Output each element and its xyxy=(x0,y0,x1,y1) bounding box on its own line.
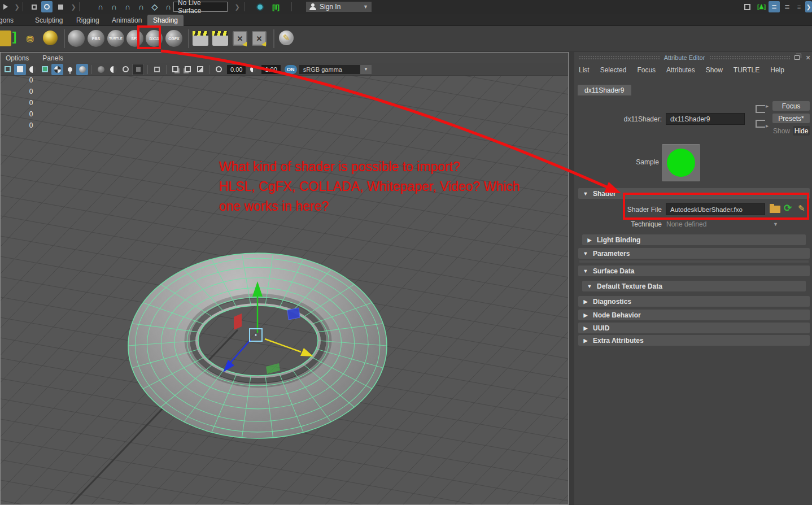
menu-turtle[interactable]: TURTLE xyxy=(734,66,759,74)
section-default-texture-data[interactable]: ▼Default Texture Data xyxy=(582,281,806,291)
menu-selected[interactable]: Selected xyxy=(600,66,627,74)
anti-alias-icon[interactable] xyxy=(132,64,144,75)
motion-blur-icon[interactable] xyxy=(107,64,119,75)
drag-handle[interactable] xyxy=(579,55,660,60)
shader-file-field[interactable]: AutodeskUberShader.fxo xyxy=(666,203,765,215)
hypershade-icon[interactable]: ⛃ xyxy=(23,32,37,46)
playblast-loop-icon[interactable] xyxy=(212,31,228,46)
character-controls-icon[interactable]: [♟] xyxy=(754,1,768,12)
snap-to-curve-icon[interactable]: ∩ xyxy=(108,1,120,12)
output-connections-icon[interactable] xyxy=(756,120,765,128)
section-shader[interactable]: ▼ Shader xyxy=(578,188,810,199)
snap-to-point-icon[interactable]: ∩ xyxy=(122,1,133,12)
node-tab-dx11shader9[interactable]: dx11Shader9 xyxy=(578,85,631,95)
isolate-select-icon[interactable] xyxy=(151,64,163,75)
shaded-cube-icon[interactable] xyxy=(14,64,26,75)
reload-shader-icon[interactable]: ⟳ xyxy=(784,202,792,214)
tab-shading[interactable]: Shading xyxy=(147,15,184,26)
browse-folder-icon[interactable] xyxy=(770,206,780,213)
panel-splitter[interactable] xyxy=(569,52,574,505)
snap-to-view-plane-icon[interactable]: ◇ xyxy=(149,1,160,12)
tear-off-panel-icon[interactable] xyxy=(182,64,194,75)
viewport-scene[interactable] xyxy=(1,76,568,504)
exposure-aperture-icon[interactable] xyxy=(213,64,225,75)
close-panel-icon[interactable]: ✕ xyxy=(804,54,812,62)
show-button[interactable]: Show xyxy=(772,126,791,136)
manip-plane-z[interactable] xyxy=(287,308,300,320)
make-live-icon[interactable]: ∩ xyxy=(163,1,174,12)
manip-axis-z[interactable] xyxy=(230,339,251,363)
select-tool-icon[interactable] xyxy=(28,1,40,12)
shadows-icon[interactable] xyxy=(76,64,88,75)
section-surface-data[interactable]: ▼Surface Data xyxy=(578,265,810,276)
shelf-turtle-button[interactable]: TURTLE xyxy=(107,30,124,47)
shelf-cgfx-button[interactable]: CGFX xyxy=(165,30,182,47)
use-lights-icon[interactable] xyxy=(64,64,76,75)
drag-handle[interactable] xyxy=(709,55,790,60)
render-view-icon[interactable] xyxy=(254,1,265,12)
tool-arrow-icon[interactable] xyxy=(0,1,11,12)
color-management-toggle[interactable]: ON xyxy=(285,65,297,74)
manip-arrow-x[interactable] xyxy=(300,348,313,356)
live-surface-field[interactable]: No Live Surface xyxy=(173,2,228,12)
tab-polygons[interactable]: ygons xyxy=(0,15,19,26)
group-chevron-icon[interactable]: ❯ xyxy=(68,1,79,12)
shelf-edge-icon[interactable] xyxy=(0,31,11,46)
float-panel-icon[interactable] xyxy=(794,55,800,60)
manip-plane-x[interactable] xyxy=(234,314,242,330)
layers-icon[interactable]: ≡ xyxy=(793,1,805,12)
uv-editor-settings-icon[interactable]: ✕ xyxy=(252,31,267,46)
shelf-dx11-button[interactable]: DX11 xyxy=(146,30,163,47)
colorspace-dropdown[interactable]: sRGB gamma xyxy=(299,65,360,74)
paint-assign-icon[interactable]: ✎ xyxy=(279,31,294,45)
manip-arrow-z[interactable] xyxy=(223,360,234,372)
section-node-behavior[interactable]: ▶Node Behavior xyxy=(578,310,810,320)
shelf-blank-material-button[interactable] xyxy=(68,30,85,47)
section-light-binding[interactable]: ▶Light Binding xyxy=(582,234,806,245)
playblast-icon[interactable] xyxy=(193,31,208,46)
green-brackets-icon[interactable]: [‖] xyxy=(268,1,283,12)
camera-attributes-icon[interactable] xyxy=(194,64,206,75)
torus-body[interactable] xyxy=(128,253,387,438)
tab-sculpting[interactable]: Sculpting xyxy=(29,15,68,26)
material-sphere-icon[interactable] xyxy=(43,31,58,45)
focus-button[interactable]: Focus xyxy=(772,101,810,111)
menu-focus[interactable]: Focus xyxy=(637,66,656,74)
section-parameters[interactable]: ▼Parameters xyxy=(578,248,810,259)
viewport-panel[interactable]: Options Panels 0.00 1.00 xyxy=(0,52,569,505)
section-extra-attributes[interactable]: ▶Extra Attributes xyxy=(578,335,810,346)
snap-to-grid-icon[interactable]: ∩ xyxy=(95,1,106,12)
material-sample-swatch[interactable] xyxy=(662,144,700,181)
manip-plane-y[interactable] xyxy=(266,363,280,374)
colorspace-dropdown-arrow[interactable]: ▼ xyxy=(360,65,372,74)
move-tool-icon[interactable] xyxy=(55,1,66,12)
ambient-occlusion-icon[interactable] xyxy=(120,64,132,75)
section-uuid[interactable]: ▶UUID xyxy=(578,323,810,333)
sign-in-dropdown[interactable]: Sign In ▼ xyxy=(305,1,372,12)
hide-button[interactable]: Hide xyxy=(793,126,810,136)
exposure-field[interactable]: 0.00 xyxy=(227,65,246,74)
shelf-sfx-button[interactable]: SFX xyxy=(126,30,143,47)
viewport-menu-options[interactable]: Options xyxy=(6,54,29,62)
technique-dropdown-arrow[interactable]: ▼ xyxy=(773,221,778,227)
node-name-field[interactable]: dx11Shader9 xyxy=(666,113,745,125)
input-connections-icon[interactable] xyxy=(756,105,765,113)
sidebar-toggle-icon[interactable]: ❯ xyxy=(805,1,812,12)
menu-help[interactable]: Help xyxy=(770,66,784,74)
lasso-tool-icon[interactable] xyxy=(41,1,53,12)
lighting-sphere-icon[interactable] xyxy=(27,64,38,75)
menu-show[interactable]: Show xyxy=(706,66,723,74)
group-chevron-icon[interactable]: ❯ xyxy=(11,1,23,12)
group-chevron-icon[interactable]: ❯ xyxy=(232,1,243,12)
contrast-icon[interactable] xyxy=(247,64,259,75)
panel-layout-icon[interactable]: ☰ xyxy=(769,1,780,12)
uv-editor-icon[interactable]: ✕ xyxy=(233,31,247,46)
tab-rigging[interactable]: Rigging xyxy=(71,15,105,26)
section-diagnostics[interactable]: ▶Diagnostics xyxy=(578,296,810,307)
attribute-editor-titlebar[interactable]: Attribute Editor ✕ xyxy=(574,53,812,62)
menu-attributes[interactable]: Attributes xyxy=(666,66,695,74)
menu-list[interactable]: List xyxy=(579,66,590,74)
gamma-field[interactable]: 1.00 xyxy=(261,65,280,74)
viewport-menu-panels[interactable]: Panels xyxy=(42,54,63,62)
checker-sphere-icon[interactable] xyxy=(51,64,63,75)
